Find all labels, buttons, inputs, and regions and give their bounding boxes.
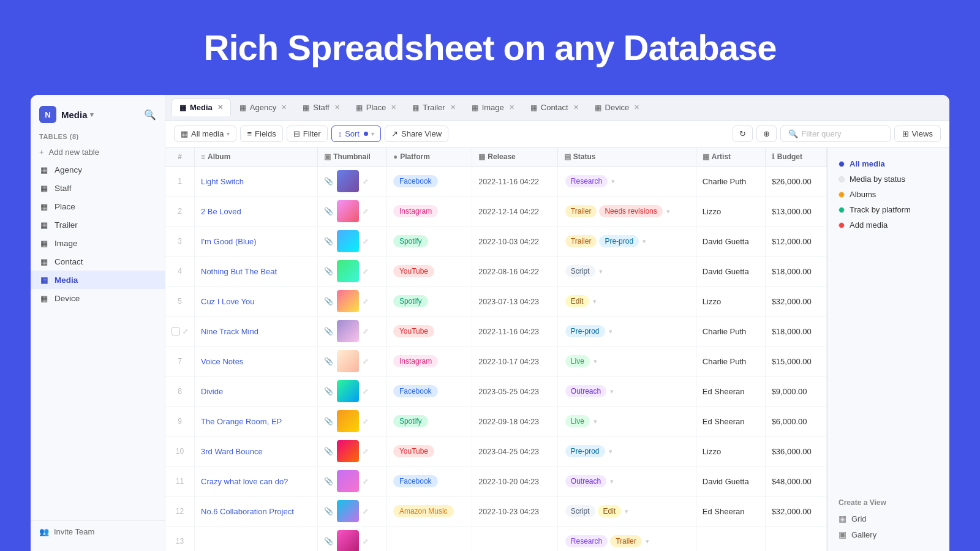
expand-icon[interactable]: ⤢ bbox=[363, 298, 368, 305]
sidebar-item-place[interactable]: ▦Place bbox=[31, 197, 165, 216]
tab-trailer[interactable]: ▦Trailer✕ bbox=[405, 99, 462, 116]
status-dropdown-icon[interactable]: ▾ bbox=[594, 418, 597, 425]
status-cell: Live▾ bbox=[557, 407, 696, 437]
status-cell: Live▾ bbox=[557, 347, 696, 377]
filter-button[interactable]: ⊟ Filter bbox=[287, 126, 328, 142]
status-dropdown-icon[interactable]: ▾ bbox=[609, 328, 612, 335]
album-link[interactable]: Nothing But The Beat bbox=[201, 267, 277, 276]
share-view-button[interactable]: ↗ Share View bbox=[385, 126, 448, 142]
sidebar-item-media[interactable]: ▦Media bbox=[31, 271, 165, 289]
expand-icon[interactable]: ⤢ bbox=[183, 328, 188, 335]
expand-icon[interactable]: ⤢ bbox=[363, 418, 368, 425]
view-type-gallery[interactable]: ▣Gallery bbox=[834, 527, 943, 542]
expand-icon[interactable]: ⤢ bbox=[363, 388, 368, 395]
sidebar-item-agency[interactable]: ▦Agency bbox=[31, 160, 165, 179]
tab-device[interactable]: ▦Device✕ bbox=[587, 99, 647, 116]
tab-close-icon[interactable]: ✕ bbox=[450, 103, 456, 111]
album-link[interactable]: Nine Track Mind bbox=[201, 327, 258, 336]
album-link[interactable]: The Orange Room, EP bbox=[201, 417, 282, 426]
tab-close-icon[interactable]: ✕ bbox=[634, 103, 639, 111]
tab-image[interactable]: ▦Image✕ bbox=[464, 99, 522, 116]
view-item-all-media[interactable]: All media bbox=[834, 156, 943, 171]
thumbnail-image bbox=[337, 290, 359, 312]
platform-cell: Facebook bbox=[386, 167, 472, 197]
album-link[interactable]: 2 Be Loved bbox=[201, 207, 241, 216]
table-area: #≡Album▣Thumbnail●Platform▦Release▤Statu… bbox=[165, 148, 827, 551]
expand-icon[interactable]: ⤢ bbox=[363, 508, 368, 515]
platform-cell: YouTube bbox=[386, 317, 472, 347]
filter-query-input[interactable]: 🔍 Filter query bbox=[780, 126, 891, 142]
expand-icon[interactable]: ⤢ bbox=[363, 538, 368, 545]
album-link[interactable]: Light Switch bbox=[201, 177, 244, 186]
status-dropdown-icon[interactable]: ▾ bbox=[646, 538, 649, 545]
sidebar-item-device[interactable]: ▦Device bbox=[31, 289, 165, 307]
expand-icon[interactable]: ⤢ bbox=[363, 478, 368, 485]
all-media-button[interactable]: ▦ All media ▾ bbox=[174, 126, 236, 142]
expand-icon[interactable]: ⤢ bbox=[363, 238, 368, 246]
album-link[interactable]: 3rd Ward Bounce bbox=[201, 447, 263, 456]
platform-cell: YouTube bbox=[386, 257, 472, 287]
view-item-add-media[interactable]: Add media bbox=[834, 217, 943, 233]
release-date: 2023-07-13 04:23 bbox=[478, 298, 539, 306]
tab-close-icon[interactable]: ✕ bbox=[573, 103, 579, 111]
sidebar-item-trailer[interactable]: ▦Trailer bbox=[31, 216, 165, 234]
album-link[interactable]: Divide bbox=[201, 387, 223, 396]
thumbnail-image bbox=[337, 200, 359, 222]
budget-cell: $26,000.00 bbox=[765, 167, 826, 197]
views-button[interactable]: ⊞ Views bbox=[894, 126, 941, 142]
release-cell: 2022-10-17 04:23 bbox=[472, 347, 557, 377]
row-checkbox[interactable] bbox=[172, 327, 180, 335]
album-link[interactable]: Voice Notes bbox=[201, 357, 243, 366]
status-dropdown-icon[interactable]: ▾ bbox=[610, 478, 614, 485]
refresh-icon: ↻ bbox=[739, 129, 746, 138]
view-item-albums[interactable]: Albums bbox=[834, 187, 943, 202]
expand-icon[interactable]: ⤢ bbox=[363, 178, 368, 186]
tab-close-icon[interactable]: ✕ bbox=[281, 103, 287, 111]
view-item-track-by-platform[interactable]: Track by platform bbox=[834, 202, 943, 217]
expand-icon[interactable]: ⤢ bbox=[363, 268, 368, 276]
tab-agency[interactable]: ▦Agency✕ bbox=[232, 99, 294, 116]
status-dropdown-icon[interactable]: ▾ bbox=[593, 298, 597, 305]
artist-name: Lizzo bbox=[703, 297, 721, 306]
sidebar-item-staff[interactable]: ▦Staff bbox=[31, 179, 165, 197]
expand-icon[interactable]: ⤢ bbox=[363, 208, 368, 216]
expand-icon[interactable]: ⤢ bbox=[363, 358, 368, 365]
brand-name[interactable]: Media ▾ bbox=[61, 110, 94, 120]
album-link[interactable]: No.6 Collaboration Project bbox=[201, 507, 294, 516]
status-dropdown-icon[interactable]: ▾ bbox=[610, 388, 614, 395]
album-link[interactable]: I'm Good (Blue) bbox=[201, 237, 257, 246]
tab-close-icon[interactable]: ✕ bbox=[217, 103, 223, 111]
album-link[interactable]: Crazy what love can do? bbox=[201, 477, 288, 486]
view-type-grid[interactable]: ▦Grid bbox=[834, 511, 943, 527]
tab-media[interactable]: ▦Media✕ bbox=[172, 99, 231, 116]
status-dropdown-icon[interactable]: ▾ bbox=[666, 208, 670, 216]
sort-button[interactable]: ↕ Sort ▾ bbox=[331, 126, 381, 142]
tab-close-icon[interactable]: ✕ bbox=[391, 103, 396, 111]
tab-close-icon[interactable]: ✕ bbox=[509, 103, 514, 111]
budget-cell: $32,000.00 bbox=[765, 497, 826, 527]
status-dropdown-icon[interactable]: ▾ bbox=[625, 508, 628, 515]
settings-button[interactable]: ⊕ bbox=[756, 126, 777, 142]
status-dropdown-icon[interactable]: ▾ bbox=[643, 238, 646, 246]
search-icon[interactable]: 🔍 bbox=[144, 109, 156, 121]
refresh-button[interactable]: ↻ bbox=[733, 126, 753, 142]
status-dropdown-icon[interactable]: ▾ bbox=[594, 358, 597, 365]
expand-icon[interactable]: ⤢ bbox=[363, 328, 368, 335]
status-dropdown-icon[interactable]: ▾ bbox=[609, 448, 612, 455]
view-item-media-by-status[interactable]: Media by status bbox=[834, 171, 943, 187]
fields-button[interactable]: ≡ Fields bbox=[240, 126, 282, 142]
expand-icon[interactable]: ⤢ bbox=[363, 448, 368, 455]
status-dropdown-icon[interactable]: ▾ bbox=[599, 268, 603, 276]
tab-close-icon[interactable]: ✕ bbox=[334, 103, 340, 111]
status-dropdown-icon[interactable]: ▾ bbox=[611, 178, 615, 186]
tab-place[interactable]: ▦Place✕ bbox=[349, 99, 404, 116]
release-cell: 2023-05-25 04:23 bbox=[472, 377, 557, 407]
tab-contact[interactable]: ▦Contact✕ bbox=[523, 99, 586, 116]
sidebar-item-image[interactable]: ▦Image bbox=[31, 234, 165, 252]
tab-staff[interactable]: ▦Staff✕ bbox=[295, 99, 347, 116]
add-table-button[interactable]: + Add new table bbox=[31, 144, 165, 160]
thumbnail-cell: 📎⤢ bbox=[318, 467, 387, 497]
album-link[interactable]: Cuz I Love You bbox=[201, 297, 254, 306]
invite-team-button[interactable]: 👥 Invite Team bbox=[31, 520, 165, 542]
sidebar-item-contact[interactable]: ▦Contact bbox=[31, 252, 165, 271]
